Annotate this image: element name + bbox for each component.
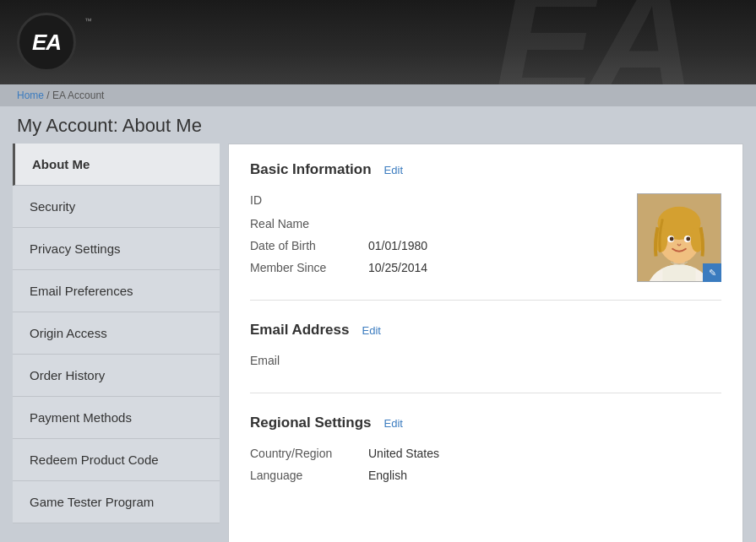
header: EA ™ EA	[0, 0, 756, 84]
sidebar-label-payment-methods: Payment Methods	[30, 410, 132, 425]
sidebar-item-order-history[interactable]: Order History	[13, 355, 220, 397]
email-address-header: Email Address Edit	[250, 322, 721, 339]
avatar-edit-button[interactable]: ✎	[703, 263, 721, 282]
basic-info-fields: ID Real Name Date of Birth 01/01/1980 Me…	[250, 193, 620, 283]
email-address-section: Email Address Edit Email	[250, 322, 721, 393]
tm-badge: ™	[84, 17, 92, 25]
basic-info-header: Basic Information Edit	[250, 161, 721, 178]
regional-settings-title: Regional Settings	[250, 415, 372, 431]
sidebar-label-about-me: About Me	[32, 157, 90, 171]
breadcrumb-separator: /	[44, 89, 52, 101]
country-row: Country/Region United States	[250, 447, 721, 460]
email-address-edit-link[interactable]: Edit	[362, 324, 380, 337]
content-area: Basic Information Edit ID Real Name Date…	[228, 144, 743, 542]
main-container: About Me Security Privacy Settings Email…	[0, 144, 756, 542]
member-since-value: 10/25/2014	[368, 261, 427, 274]
regional-settings-header: Regional Settings Edit	[250, 415, 721, 431]
breadcrumb-current: EA Account	[52, 89, 104, 101]
header-bg-logo: EA	[494, 0, 688, 84]
sidebar: About Me Security Privacy Settings Email…	[13, 144, 220, 542]
country-value: United States	[368, 447, 439, 460]
breadcrumb: Home / EA Account	[0, 84, 756, 106]
sidebar-item-game-tester-program[interactable]: Game Tester Program	[13, 481, 220, 523]
dob-row: Date of Birth 01/01/1980	[250, 239, 620, 252]
sidebar-label-email-preferences: Email Preferences	[30, 284, 133, 298]
real-name-label: Real Name	[250, 217, 368, 230]
ea-logo[interactable]: EA	[17, 13, 76, 72]
member-since-label: Member Since	[250, 261, 368, 274]
regional-settings-section: Regional Settings Edit Country/Region Un…	[250, 415, 721, 507]
sidebar-label-game-tester-program: Game Tester Program	[30, 495, 154, 509]
sidebar-label-security: Security	[30, 199, 75, 214]
sidebar-item-redeem-product-code[interactable]: Redeem Product Code	[13, 439, 220, 481]
language-label: Language	[250, 469, 368, 482]
basic-info-title: Basic Information	[250, 161, 372, 178]
sidebar-label-order-history: Order History	[30, 368, 105, 382]
dob-value: 01/01/1980	[368, 239, 427, 252]
email-label: Email	[250, 354, 368, 367]
sidebar-label-redeem-product-code: Redeem Product Code	[30, 453, 159, 467]
sidebar-item-about-me[interactable]: About Me	[13, 144, 220, 186]
member-since-row: Member Since 10/25/2014	[250, 261, 620, 274]
id-row: ID	[250, 193, 620, 207]
page-title-bar: My Account: About Me	[0, 106, 756, 144]
sidebar-label-privacy-settings: Privacy Settings	[30, 241, 121, 256]
avatar-container: ✎	[637, 193, 721, 282]
sidebar-item-origin-access[interactable]: Origin Access	[13, 312, 220, 355]
regional-settings-edit-link[interactable]: Edit	[384, 417, 403, 430]
sidebar-item-privacy-settings[interactable]: Privacy Settings	[13, 228, 220, 270]
basic-info-layout: ID Real Name Date of Birth 01/01/1980 Me…	[250, 193, 721, 283]
svg-point-9	[670, 237, 674, 241]
sidebar-item-security[interactable]: Security	[13, 186, 220, 228]
basic-info-section: Basic Information Edit ID Real Name Date…	[250, 161, 721, 301]
pencil-icon: ✎	[709, 268, 716, 279]
language-row: Language English	[250, 469, 721, 482]
ea-logo-text: EA	[32, 30, 61, 56]
real-name-row: Real Name	[250, 217, 620, 230]
email-address-title: Email Address	[250, 322, 349, 339]
country-label: Country/Region	[250, 447, 368, 460]
sidebar-item-email-preferences[interactable]: Email Preferences	[13, 270, 220, 312]
dob-label: Date of Birth	[250, 239, 368, 252]
breadcrumb-home-link[interactable]: Home	[17, 89, 44, 101]
email-row: Email	[250, 354, 721, 367]
sidebar-item-payment-methods[interactable]: Payment Methods	[13, 397, 220, 439]
sidebar-label-origin-access: Origin Access	[30, 326, 107, 340]
id-label: ID	[250, 193, 262, 207]
basic-info-edit-link[interactable]: Edit	[384, 164, 403, 176]
language-value: English	[368, 469, 407, 482]
page-title: My Account: About Me	[17, 115, 739, 137]
svg-point-10	[686, 237, 690, 241]
